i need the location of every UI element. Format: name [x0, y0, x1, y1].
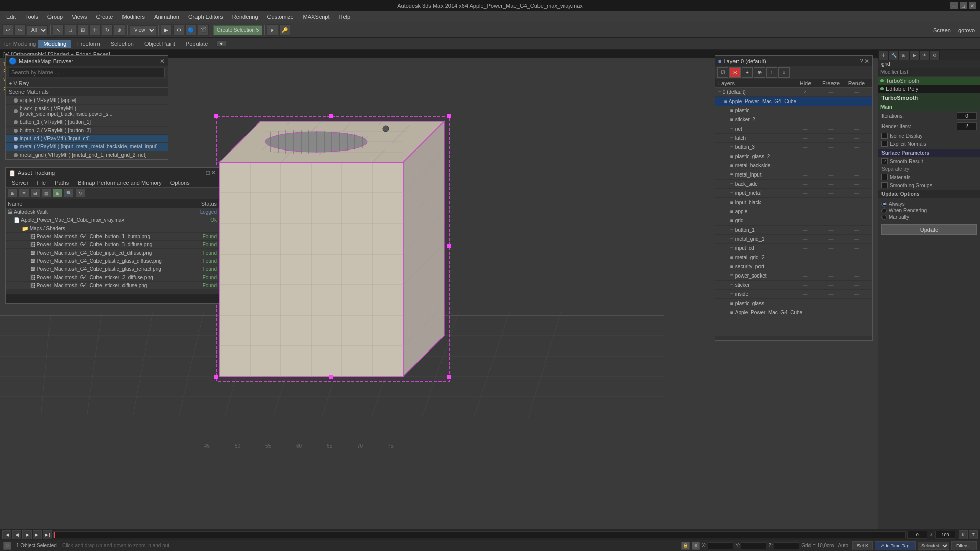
layers-delete-btn[interactable]: ✕: [729, 67, 741, 78]
expand-icon[interactable]: ▷: [3, 542, 11, 550]
layer-row-metal-input[interactable]: ≡ metal_input ———: [715, 170, 872, 180]
rs-smoothing-groups-checkbox[interactable]: [881, 182, 888, 188]
material-item-button1[interactable]: button_1 ( VRayMtl ) [button_1]: [6, 118, 168, 127]
key-mode-button[interactable]: 🔑: [279, 24, 290, 36]
material-panel-titlebar[interactable]: 🔵 Material/Map Browser ✕: [6, 56, 168, 66]
layer-row-plastic-glass[interactable]: ≡ plastic_glass ———: [715, 299, 872, 308]
menu-customize[interactable]: Customize: [263, 13, 298, 21]
populate-options[interactable]: ▾: [216, 40, 226, 47]
rs-tab-utilities[interactable]: ⚙: [929, 50, 940, 60]
material-item-apple[interactable]: apple ( VRayMtl ) [apple]: [6, 96, 168, 105]
material-item-button3[interactable]: button_3 ( VRayMtl ) [button_3]: [6, 127, 168, 135]
render-frame-button[interactable]: 🎬: [198, 24, 209, 36]
layer-row-back-side[interactable]: ≡ back_side ———: [715, 180, 872, 189]
y-input[interactable]: [741, 542, 766, 549]
layer-row-apple-cube[interactable]: ≡ Apple_Power_Mac_G4_Cube ———: [715, 308, 872, 317]
asset-row-file-4[interactable]: 🖼 Power_Macintosh_G4_Cube_plastic_glass_…: [6, 257, 219, 265]
layer-row-plastic[interactable]: ≡ plastic ———: [715, 106, 872, 115]
menu-views[interactable]: Views: [68, 13, 91, 21]
menu-maxscript[interactable]: MAXScript: [299, 13, 334, 21]
select-region-button[interactable]: □: [65, 24, 76, 36]
rs-modifier-editable-poly[interactable]: Editable Poly: [878, 85, 980, 93]
asset-row-file-5[interactable]: 🖼 Power_Macintosh_G4_Cube_plastic_glass_…: [6, 265, 219, 273]
asset-tb-btn-3[interactable]: ⊟: [30, 189, 40, 198]
menu-graph-editors[interactable]: Graph Editors: [184, 13, 227, 21]
reference-coord-dropdown[interactable]: View: [130, 25, 156, 35]
rs-materials-checkbox[interactable]: [881, 174, 888, 180]
tl-prev-frame-btn[interactable]: ◀: [12, 530, 21, 539]
rs-isoline-checkbox[interactable]: [881, 133, 888, 139]
asset-row-vault[interactable]: 🏛 Autodesk Vault Logged: [6, 208, 219, 216]
select-object-button[interactable]: ↖: [53, 24, 64, 36]
asset-tb-btn-7[interactable]: ↻: [75, 189, 85, 198]
asset-close-btn[interactable]: ✕: [211, 169, 216, 177]
frame-end-input[interactable]: [935, 531, 955, 539]
asset-menu-bitmap[interactable]: Bitmap Performance and Memory: [74, 179, 165, 186]
close-button[interactable]: ✕: [969, 2, 976, 9]
rs-when-rendering-radio[interactable]: [881, 208, 887, 213]
layer-row-input-cd[interactable]: ≡ input_cd ———: [715, 244, 872, 253]
filters-button[interactable]: Filters...: [951, 541, 977, 550]
play-animation-button[interactable]: ⏵: [267, 24, 278, 36]
redo-button[interactable]: ↪: [14, 24, 26, 36]
menu-help[interactable]: Help: [335, 13, 355, 21]
menu-group[interactable]: Group: [43, 13, 67, 21]
menu-tools[interactable]: Tools: [21, 13, 42, 21]
layers-select-btn[interactable]: ☑: [717, 67, 728, 78]
material-item-input-cd[interactable]: input_cd ( VRayMtl ) [input_cd]: [6, 135, 168, 143]
layers-add-btn[interactable]: +: [742, 67, 753, 78]
rs-manually-radio[interactable]: [881, 215, 887, 220]
asset-scrollbar[interactable]: [6, 290, 219, 294]
layers-move-down-btn[interactable]: ↓: [778, 67, 790, 78]
rs-iterations-input[interactable]: [957, 112, 977, 120]
layer-row-button3[interactable]: ≡ button_3 ———: [715, 143, 872, 152]
tl-next-frame-btn[interactable]: ▶|: [33, 530, 42, 539]
rs-smooth-result-checkbox[interactable]: ✓: [881, 158, 888, 164]
rs-tab-hierarchy[interactable]: ⊞: [899, 50, 909, 60]
asset-minimize-btn[interactable]: ─: [201, 169, 205, 177]
tl-time-tag-btn[interactable]: T: [969, 530, 978, 539]
layer-row-security-port[interactable]: ≡ security_port ———: [715, 262, 872, 271]
asset-panel-titlebar[interactable]: 📋 Asset Tracking ─ □ ✕: [6, 168, 219, 178]
asset-tb-btn-2[interactable]: ≡: [19, 189, 29, 198]
layers-add-selection-btn[interactable]: ⊕: [754, 67, 765, 78]
rs-always-radio[interactable]: [881, 202, 887, 207]
frame-input[interactable]: [907, 531, 927, 539]
asset-menu-paths[interactable]: Paths: [51, 179, 73, 186]
menu-animation[interactable]: Animation: [150, 13, 183, 21]
tl-go-end-btn[interactable]: ▶|: [43, 530, 52, 539]
layer-row-sticker2[interactable]: ≡ sticker_2 ———: [715, 115, 872, 124]
rs-tab-display[interactable]: 👁: [919, 50, 929, 60]
layer-row-apple[interactable]: ≡ apple ———: [715, 207, 872, 216]
render-setup-button[interactable]: ⚙: [173, 24, 184, 36]
layer-row-latch[interactable]: ≡ latch ———: [715, 134, 872, 143]
x-input[interactable]: [708, 542, 733, 549]
material-item-metal-grid[interactable]: metal_grid ( VRayMtl ) [metal_grid_1, me…: [6, 151, 168, 159]
asset-menu-server[interactable]: Server: [8, 179, 32, 186]
material-search-input[interactable]: [9, 68, 165, 77]
asset-tb-btn-5[interactable]: ⊞: [53, 189, 63, 198]
move-button[interactable]: ✛: [89, 24, 101, 36]
layer-row-input-black[interactable]: ≡ input_black ———: [715, 198, 872, 207]
layer-row-inside[interactable]: ≡ inside ———: [715, 290, 872, 299]
layer-row-metal-grid2[interactable]: ≡ metal_grid_2 ———: [715, 253, 872, 262]
material-item-metal[interactable]: metal ( VRayMtl ) [input_metal, metal_ba…: [6, 143, 168, 151]
layer-row-grid[interactable]: ≡ grid ———: [715, 216, 872, 226]
menu-create[interactable]: Create: [92, 13, 117, 21]
asset-row-file-2[interactable]: 🖼 Power_Macintosh_G4_Cube_button_3_diffu…: [6, 241, 219, 249]
asset-row-maps[interactable]: 📁 Maps / Shaders: [6, 224, 219, 233]
layer-row-metal-grid1[interactable]: ≡ metal_grid_1 ———: [715, 235, 872, 244]
layer-row-input-metal[interactable]: ≡ input_metal ———: [715, 189, 872, 198]
layers-help-btn[interactable]: ?: [860, 57, 863, 65]
lock-icon[interactable]: 🔒: [681, 542, 690, 550]
layer-row-power-socket[interactable]: ≡ power_socket ———: [715, 271, 872, 281]
menu-modifiers[interactable]: Modifiers: [118, 13, 149, 21]
material-editor-button[interactable]: 🔵: [185, 24, 197, 36]
layers-panel-titlebar[interactable]: ≡ Layer: 0 (default) ? ✕: [715, 56, 872, 66]
layer-row-plastic-glass-2[interactable]: ≡ plastic_glass_2 ———: [715, 152, 872, 161]
scale-button[interactable]: ⊕: [114, 24, 125, 36]
material-panel-close[interactable]: ✕: [160, 58, 165, 65]
layer-row-sticker[interactable]: ≡ sticker ———: [715, 281, 872, 290]
asset-row-maxfile[interactable]: 📄 Apple_Power_Mac_G4_Cube_max_vray.max O…: [6, 216, 219, 224]
tl-key-mode-btn[interactable]: K: [959, 530, 968, 539]
